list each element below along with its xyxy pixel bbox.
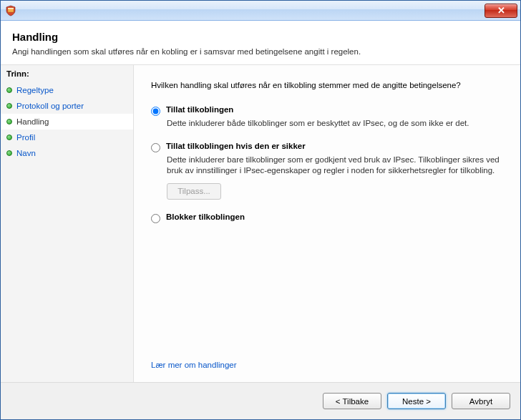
step-navn[interactable]: Navn	[1, 145, 133, 161]
radio-allow[interactable]	[151, 107, 160, 116]
step-label: Protokoll og porter	[16, 102, 84, 110]
step-label: Handling	[16, 117, 49, 126]
app-icon	[5, 5, 16, 16]
step-label: Regeltype	[16, 86, 54, 94]
next-button[interactable]: Neste >	[387, 393, 446, 409]
titlebar: ✕	[1, 1, 520, 21]
option-allow-secure-label: Tillat tilkoblingen hvis den er sikker	[166, 142, 306, 150]
close-button[interactable]: ✕	[485, 4, 517, 18]
page-title: Handling	[12, 31, 509, 43]
cancel-button[interactable]: Avbryt	[452, 393, 510, 409]
close-icon: ✕	[497, 5, 505, 16]
option-allow: Tillat tilkoblingen Dette inkluderer båd…	[151, 105, 503, 129]
sidebar-title: Trinn:	[1, 67, 133, 82]
wizard-footer: < Tilbake Neste > Avbryt	[1, 382, 520, 419]
wizard-header: Handling Angi handlingen som skal utføre…	[1, 21, 520, 64]
step-profil[interactable]: Profil	[1, 130, 133, 145]
sidebar: Trinn: Regeltype Protokoll og porter Han…	[1, 65, 134, 382]
wizard-body: Trinn: Regeltype Protokoll og porter Han…	[1, 64, 520, 382]
titlebar-left	[5, 5, 19, 16]
customize-button: Tilpass...	[167, 183, 221, 200]
step-protokoll-og-porter[interactable]: Protokoll og porter	[1, 98, 133, 114]
learn-more-link[interactable]: Lær mer om handlinger	[151, 361, 237, 369]
radio-allow-secure[interactable]	[151, 143, 160, 152]
step-label: Profil	[16, 133, 35, 142]
content-pane: Hvilken handling skal utføres når en til…	[134, 65, 520, 382]
option-block: Blokker tilkoblingen	[151, 213, 503, 223]
step-bullet-icon	[6, 150, 12, 156]
svg-rect-1	[8, 8, 14, 9]
option-block-label: Blokker tilkoblingen	[166, 213, 245, 221]
customize-wrap: Tilpass...	[167, 183, 503, 200]
step-bullet-icon	[6, 135, 12, 140]
step-handling[interactable]: Handling	[1, 114, 133, 130]
step-bullet-icon	[6, 87, 12, 93]
step-bullet-icon	[6, 103, 12, 109]
step-bullet-icon	[6, 119, 12, 124]
step-label: Navn	[16, 149, 36, 157]
page-subtitle: Angi handlingen som skal utføres når en …	[12, 47, 509, 56]
option-allow-secure-desc: Dette inkluderer bare tilkoblinger som e…	[167, 155, 503, 176]
question-text: Hvilken handling skal utføres når en til…	[151, 81, 503, 89]
option-allow-row[interactable]: Tillat tilkoblingen	[151, 105, 503, 116]
back-button[interactable]: < Tilbake	[323, 393, 381, 409]
step-regeltype[interactable]: Regeltype	[1, 82, 133, 98]
radio-block[interactable]	[151, 214, 160, 223]
option-block-row[interactable]: Blokker tilkoblingen	[151, 213, 503, 223]
wizard-window: ✕ Handling Angi handlingen som skal utfø…	[0, 0, 521, 420]
option-allow-secure-row[interactable]: Tillat tilkoblingen hvis den er sikker	[151, 142, 503, 152]
option-allow-desc: Dette inkluderer både tilkoblinger som e…	[167, 118, 503, 129]
option-allow-secure: Tillat tilkoblingen hvis den er sikker D…	[151, 142, 503, 200]
option-allow-label: Tillat tilkoblingen	[166, 105, 233, 114]
